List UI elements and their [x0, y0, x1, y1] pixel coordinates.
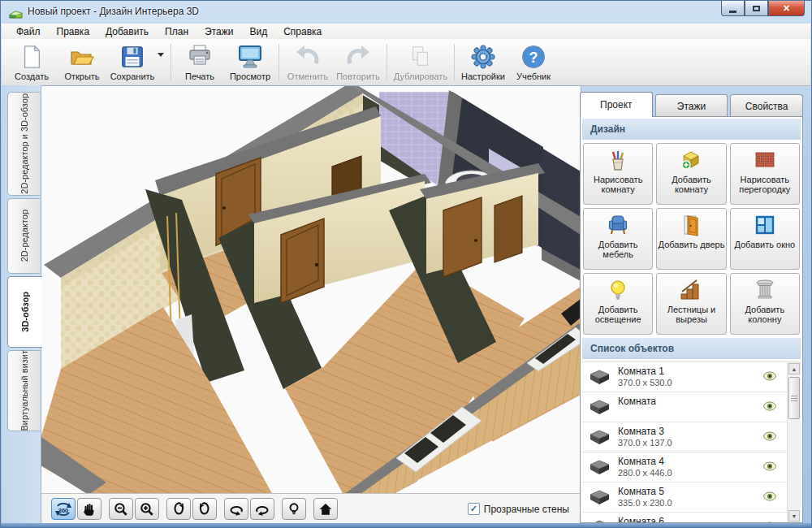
stairs-cutouts-button[interactable]: Лестницы и вырезы — [656, 273, 726, 335]
door — [443, 197, 482, 277]
3d-viewport[interactable]: 360 — [41, 85, 581, 525]
scrollbar-thumb[interactable] — [788, 377, 800, 419]
save-button-group[interactable]: Сохранить — [107, 39, 167, 85]
window-title: Новый проект - Дизайн Интерьера 3D — [28, 6, 199, 17]
right-tab-bar: Проект Этажи Свойства — [580, 92, 803, 117]
add-door-button[interactable]: Добавить дверь — [656, 208, 726, 270]
menu-file[interactable]: Файл — [8, 25, 49, 38]
rotate-360-button[interactable]: 360 — [51, 498, 76, 520]
monitor-icon — [237, 44, 263, 70]
duplicate-pages-icon — [408, 44, 433, 70]
stairs-icon — [680, 279, 702, 301]
new-project-button[interactable]: Создать — [6, 39, 57, 85]
room-box-icon — [589, 398, 611, 415]
object-list-scrollbar[interactable]: ▲ ▼ — [787, 362, 801, 522]
add-furniture-button[interactable]: Добавить мебель — [583, 208, 653, 270]
undo-button[interactable]: Отменить — [283, 39, 333, 85]
tab-project[interactable]: Проект — [580, 92, 653, 117]
menu-plan[interactable]: План — [157, 25, 197, 38]
list-item-room[interactable]: Комната 4 280.0 x 446.0 — [582, 452, 801, 483]
door-icon — [680, 214, 702, 236]
list-item-room[interactable]: Комната 3 370.0 x 137.0 — [582, 422, 801, 452]
design-section-header: Дизайн — [582, 119, 801, 140]
window-icon — [754, 214, 776, 236]
transparent-walls-checkbox[interactable] — [468, 503, 480, 515]
svg-text:?: ? — [529, 49, 538, 65]
room-box-icon — [589, 518, 611, 522]
menu-edit[interactable]: Правка — [49, 25, 98, 38]
door — [495, 196, 522, 262]
visibility-eye-icon[interactable] — [763, 461, 776, 471]
minimize-button[interactable] — [721, 1, 745, 16]
title-bar[interactable]: Новый проект - Дизайн Интерьера 3D ✕ — [1, 1, 811, 24]
menu-bar: Файл Правка Добавить План Этажи Вид Спра… — [2, 24, 810, 40]
zoom-out-button[interactable] — [109, 498, 133, 520]
transparent-walls-toggle[interactable]: Прозрачные стены — [468, 503, 569, 515]
scroll-down-arrow[interactable]: ▼ — [788, 510, 800, 522]
open-button[interactable]: Открыть — [57, 39, 107, 85]
duplicate-button[interactable]: Дублировать — [391, 39, 451, 85]
window-frame-bottom — [1, 523, 811, 527]
tab-2d-editor-and-3d-view[interactable]: 2D-редактор и 3D-обзор — [7, 92, 40, 196]
menu-help[interactable]: Справка — [275, 25, 330, 38]
visibility-eye-icon[interactable] — [763, 431, 776, 441]
room-box-icon — [680, 149, 702, 171]
draw-partition-button[interactable]: Нарисовать перегородку — [730, 143, 800, 205]
preview-button[interactable]: Просмотр — [225, 39, 275, 85]
lighting-button[interactable] — [282, 498, 306, 520]
home-view-button[interactable] — [313, 498, 338, 520]
scroll-up-arrow[interactable]: ▲ — [788, 363, 800, 374]
close-button[interactable]: ✕ — [768, 1, 805, 16]
rotate-360-icon: 360 — [54, 500, 72, 518]
add-column-button[interactable]: Добавить колонну — [730, 273, 800, 335]
tab-floors[interactable]: Этажи — [655, 94, 728, 117]
floppy-disk-icon — [120, 44, 145, 70]
tutorial-button[interactable]: ? Учебник — [508, 39, 559, 85]
light-bulb-icon — [287, 502, 301, 517]
list-item-room[interactable]: Комната 5 335.0 x 230.0 — [582, 483, 801, 513]
menu-view[interactable]: Вид — [241, 25, 275, 38]
maximize-button[interactable] — [745, 1, 768, 16]
list-item-room[interactable]: Комната 1 370.0 x 530.0 — [582, 362, 801, 392]
pan-button[interactable] — [77, 498, 102, 520]
add-window-button[interactable]: Добавить окно — [730, 208, 800, 270]
draw-room-button[interactable]: Нарисовать комнату — [583, 143, 653, 205]
tab-virtual-visit[interactable]: Виртуальный визит — [7, 350, 40, 431]
rotate-horizontal-left-button[interactable] — [224, 498, 248, 520]
brick-wall-icon — [754, 149, 776, 171]
room-box-icon — [589, 368, 611, 385]
rotate-horizontal-right-button[interactable] — [250, 498, 274, 520]
tab-3d-view[interactable]: 3D-обзор — [7, 276, 42, 348]
settings-button[interactable]: Настройки — [458, 39, 508, 85]
rotate-vertical-right-button[interactable] — [192, 498, 217, 520]
print-button[interactable]: Печать — [175, 39, 225, 85]
list-item-room[interactable]: Комната 6 — [582, 513, 801, 522]
tab-2d-editor[interactable]: 2D-редактор — [7, 198, 40, 274]
rotate-vertical-left-button[interactable] — [166, 498, 191, 520]
list-item-room[interactable]: Комната — [582, 392, 801, 422]
printer-icon — [187, 44, 213, 70]
visibility-eye-icon[interactable] — [763, 491, 776, 501]
rotate-horizontal-left-icon — [229, 502, 244, 517]
open-folder-icon — [69, 44, 95, 70]
redo-button[interactable]: Повторить — [333, 39, 383, 85]
save-dropdown-arrow[interactable] — [158, 53, 164, 57]
viewport-toolbar: 360 — [41, 493, 581, 524]
zoom-in-button[interactable] — [135, 498, 159, 520]
add-lighting-button[interactable]: Добавить освещение — [583, 273, 653, 335]
add-room-button[interactable]: Добавить комнату — [656, 143, 726, 205]
question-mark-icon: ? — [520, 44, 546, 70]
pencil-cup-icon — [607, 149, 629, 171]
visibility-eye-icon[interactable] — [763, 371, 776, 381]
3d-floorplan-scene[interactable] — [41, 86, 581, 495]
menu-floors[interactable]: Этажи — [197, 25, 241, 38]
tab-properties[interactable]: Свойства — [730, 94, 803, 117]
visibility-eye-icon[interactable] — [763, 401, 776, 411]
save-button[interactable]: Сохранить — [107, 44, 158, 81]
hand-icon — [82, 502, 97, 517]
redo-arrow-icon — [345, 44, 371, 70]
menu-add[interactable]: Добавить — [97, 25, 157, 38]
armchair-icon — [607, 214, 629, 236]
rotate-horizontal-right-icon — [255, 502, 270, 517]
visibility-eye-icon[interactable] — [763, 522, 776, 522]
